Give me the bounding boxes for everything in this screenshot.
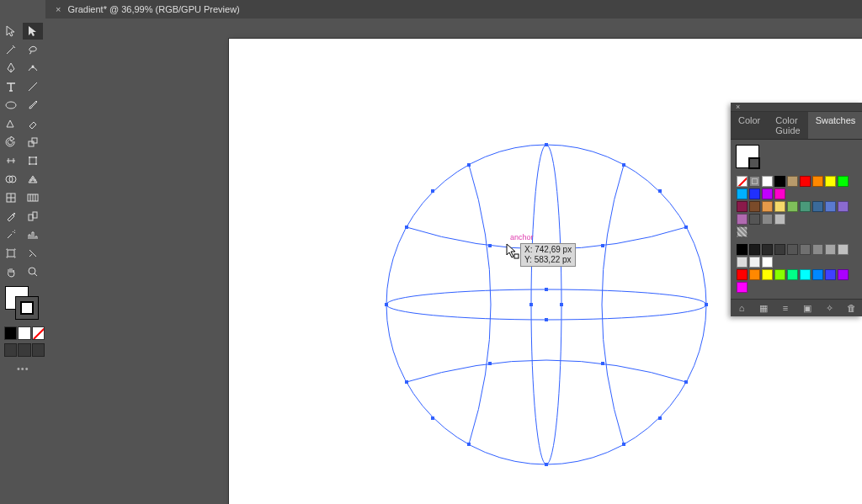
symbol-sprayer-tool[interactable] (1, 226, 21, 243)
swatch[interactable] (812, 269, 823, 280)
free-transform-tool[interactable] (23, 152, 43, 169)
swatch[interactable] (737, 269, 748, 280)
slice-tool[interactable] (23, 245, 43, 262)
swatch[interactable] (737, 188, 748, 199)
swatch[interactable] (737, 214, 748, 225)
fill-stroke-control[interactable] (5, 286, 39, 320)
direct-selection-tool[interactable] (23, 23, 43, 40)
swatch[interactable] (749, 176, 760, 187)
tools-overflow-icon[interactable]: ••• (17, 363, 45, 374)
tab-swatches[interactable]: Swatches (808, 112, 862, 139)
eraser-tool[interactable] (23, 115, 43, 132)
swatch[interactable] (838, 176, 849, 187)
scale-tool[interactable] (23, 134, 43, 151)
active-fill-stroke-preview[interactable] (736, 145, 759, 168)
swatch[interactable] (737, 176, 748, 187)
swatch[interactable] (800, 176, 811, 187)
gradient-tool[interactable] (23, 189, 43, 206)
delete-icon[interactable]: 🗑 (845, 303, 857, 313)
swatch[interactable] (838, 269, 849, 280)
swatch[interactable] (787, 176, 798, 187)
swatch[interactable] (749, 201, 760, 212)
ellipse-tool[interactable] (1, 97, 21, 114)
options-icon[interactable]: ≡ (780, 303, 791, 313)
swatch[interactable] (774, 244, 785, 255)
selection-tool[interactable] (1, 23, 21, 40)
swatch[interactable] (762, 201, 773, 212)
eyedropper-tool[interactable] (1, 208, 21, 225)
swatch[interactable] (800, 244, 811, 255)
swatch[interactable] (749, 269, 760, 280)
hand-tool[interactable] (1, 263, 21, 280)
swatch[interactable] (800, 201, 811, 212)
swatch[interactable] (774, 214, 785, 225)
tab-color[interactable]: Color (731, 112, 768, 139)
swatch[interactable] (737, 282, 748, 293)
swatch[interactable] (762, 214, 773, 225)
new-group-icon[interactable]: ▣ (801, 303, 813, 313)
swatch[interactable] (737, 257, 748, 268)
swatch[interactable] (812, 201, 823, 212)
swatch[interactable] (762, 176, 773, 187)
new-swatch-icon[interactable]: ✧ (823, 303, 835, 313)
shaper-tool[interactable] (1, 115, 21, 132)
curvature-tool[interactable] (23, 60, 43, 77)
swatch[interactable] (825, 176, 836, 187)
blend-tool[interactable] (23, 208, 43, 225)
paintbrush-tool[interactable] (23, 97, 43, 114)
draw-normal[interactable] (4, 343, 17, 357)
swatch[interactable] (812, 176, 823, 187)
width-tool[interactable] (1, 152, 21, 169)
swatch[interactable] (762, 269, 773, 280)
swatch[interactable] (800, 269, 811, 280)
swatch[interactable] (774, 176, 785, 187)
globe-wireframe-art[interactable] (378, 136, 715, 473)
tab-color-guide[interactable]: Color Guide (768, 112, 807, 139)
swatch[interactable] (838, 244, 849, 255)
mesh-tool[interactable] (1, 189, 21, 206)
panel-header[interactable]: × (731, 103, 862, 112)
swatch[interactable] (774, 188, 785, 199)
document-tab-title[interactable]: Gradient* @ 36,99% (RGB/GPU Preview) (67, 4, 239, 14)
swatch[interactable] (787, 201, 798, 212)
stroke-swatch[interactable] (15, 296, 39, 320)
color-mode-gradient[interactable] (18, 326, 30, 340)
artboard-tool[interactable] (1, 245, 21, 262)
pen-tool[interactable] (1, 60, 21, 77)
swatch[interactable] (762, 257, 773, 268)
type-tool[interactable] (1, 78, 21, 95)
swatch[interactable] (737, 244, 748, 255)
color-mode-solid[interactable] (4, 326, 17, 340)
panel-close-icon[interactable]: × (736, 103, 740, 111)
show-kinds-icon[interactable]: ▦ (758, 303, 769, 313)
perspective-grid-tool[interactable] (23, 171, 43, 188)
swatch[interactable] (825, 201, 836, 212)
tab-close-icon[interactable]: × (56, 4, 61, 14)
swatch[interactable] (749, 214, 760, 225)
swatch[interactable] (749, 257, 760, 268)
color-mode-none[interactable] (32, 326, 45, 340)
swatch[interactable] (787, 244, 798, 255)
swatch[interactable] (838, 201, 849, 212)
swatch[interactable] (762, 244, 773, 255)
draw-behind[interactable] (18, 343, 30, 357)
lasso-tool[interactable] (23, 41, 43, 58)
zoom-tool[interactable] (23, 263, 43, 280)
swatch[interactable] (737, 226, 748, 237)
swatch[interactable] (749, 244, 760, 255)
swatch[interactable] (787, 269, 798, 280)
rotate-tool[interactable] (1, 134, 21, 151)
swatch[interactable] (737, 201, 748, 212)
swatch[interactable] (762, 188, 773, 199)
column-graph-tool[interactable] (23, 226, 43, 243)
shape-builder-tool[interactable] (1, 171, 21, 188)
swatch-libraries-icon[interactable]: ⌂ (736, 303, 748, 313)
swatch[interactable] (812, 244, 823, 255)
swatch[interactable] (749, 188, 760, 199)
line-segment-tool[interactable] (23, 78, 43, 95)
swatch[interactable] (774, 201, 785, 212)
draw-inside[interactable] (32, 343, 45, 357)
swatch[interactable] (774, 269, 785, 280)
magic-wand-tool[interactable] (1, 41, 21, 58)
swatch[interactable] (825, 269, 836, 280)
